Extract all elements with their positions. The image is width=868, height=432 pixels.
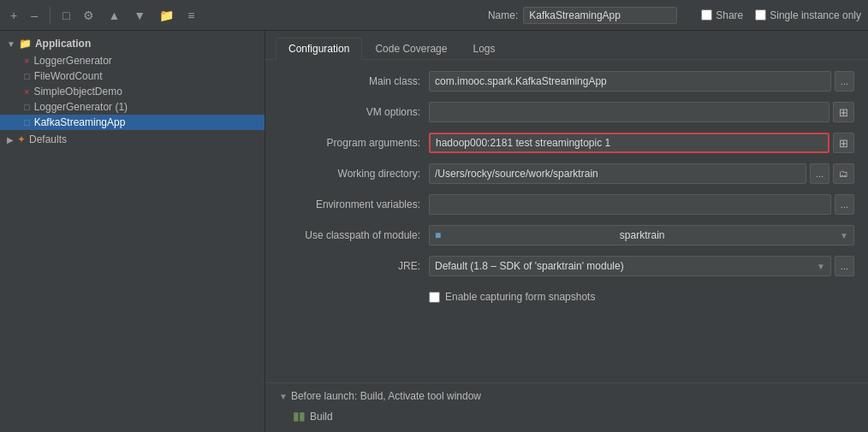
module-classpath-dropdown-label: sparktrain	[620, 229, 665, 241]
toolbar: + – □ ⚙ ▲ ▼ 📁 ≡ Name: Share Single insta…	[0, 0, 868, 31]
main-class-btn[interactable]: ...	[835, 71, 854, 92]
tree-item-icon-3: □	[24, 102, 30, 112]
before-launch-build-label: Build	[310, 411, 333, 423]
tree-item-icon-4: □	[24, 117, 30, 127]
tree-item-icon-2: ×	[24, 86, 29, 97]
before-launch-header[interactable]: ▼ Before launch: Build, Activate tool wi…	[279, 390, 854, 402]
add-icon[interactable]: +	[7, 7, 21, 24]
tree-item-icon-0: ×	[24, 56, 29, 66]
right-panel: Configuration Code Coverage Logs Main cl…	[265, 31, 868, 432]
share-checkbox[interactable]	[701, 9, 712, 21]
working-directory-value: ... 🗂	[429, 163, 854, 184]
share-label: Share	[716, 9, 743, 21]
single-instance-checkbox[interactable]	[755, 9, 766, 21]
build-icon: ▮▮	[293, 410, 305, 423]
module-classpath-label: Use classpath of module:	[279, 229, 429, 241]
remove-icon[interactable]: –	[27, 7, 41, 24]
enable-capturing-row: Enable capturing form snapshots	[279, 286, 854, 308]
working-directory-label: Working directory:	[279, 168, 429, 180]
tree-item-label-3: LoggerGenerator (1)	[34, 101, 128, 113]
program-arguments-row: Program arguments: ⊞	[279, 132, 854, 154]
tree-item-filewordcount[interactable]: □ FileWordCount	[0, 68, 265, 84]
main-area: ▼ 📁 Application × LoggerGenerator □ File…	[0, 31, 868, 432]
menu-icon[interactable]: ≡	[184, 7, 198, 24]
defaults-icon: ✦	[17, 133, 26, 145]
defaults-arrow: ▶	[7, 135, 14, 145]
jre-label: JRE:	[279, 260, 429, 272]
jre-dropdown-text: Default (1.8 – SDK of 'sparktrain' modul…	[435, 260, 624, 272]
environment-variables-row: Environment variables: ...	[279, 193, 854, 216]
environment-variables-value: ...	[429, 194, 854, 215]
name-label: Name:	[488, 9, 518, 21]
vm-options-expand-btn[interactable]: ⊞	[833, 102, 854, 122]
config-icon[interactable]: □	[59, 7, 73, 24]
jre-btn[interactable]: ...	[835, 256, 854, 276]
application-section-header[interactable]: ▼ 📁 Application	[0, 34, 265, 53]
tree-item-label-1: FileWordCount	[34, 70, 103, 82]
main-class-value: ...	[429, 71, 854, 92]
enable-capturing-checkbox[interactable]	[429, 292, 440, 303]
before-launch-build-item: ▮▮ Build	[279, 407, 854, 425]
tree-item-kafkastreamingapp[interactable]: □ KafkaStreamingApp	[0, 115, 265, 130]
program-arguments-input[interactable]	[429, 133, 829, 153]
jre-value: Default (1.8 – SDK of 'sparktrain' modul…	[429, 256, 854, 276]
defaults-label: Defaults	[29, 133, 67, 145]
application-folder-icon: 📁	[19, 38, 32, 50]
module-classpath-row: Use classpath of module: ■ sparktrain ▼	[279, 224, 854, 246]
tree-item-loggergenerator2[interactable]: □ LoggerGenerator (1)	[0, 99, 265, 115]
single-instance-checkbox-group: Single instance only	[755, 9, 861, 21]
module-classpath-dropdown-icon: ■	[435, 229, 441, 241]
environment-variables-label: Environment variables:	[279, 198, 429, 210]
main-class-input[interactable]	[429, 71, 831, 92]
environment-variables-input[interactable]	[429, 194, 831, 215]
environment-variables-btn[interactable]: ...	[835, 194, 854, 215]
tab-logs[interactable]: Logs	[460, 38, 508, 59]
enable-capturing-label: Enable capturing form snapshots	[445, 291, 595, 303]
tab-logs-label: Logs	[473, 43, 495, 55]
up-icon[interactable]: ▲	[104, 7, 123, 24]
program-arguments-value: ⊞	[429, 133, 854, 153]
tree-item-label-2: SimpleObjectDemo	[33, 86, 122, 98]
share-section: Share Single instance only	[701, 9, 861, 21]
main-class-label: Main class:	[279, 75, 429, 87]
name-section: Name:	[488, 7, 677, 24]
tabs-bar: Configuration Code Coverage Logs	[265, 31, 868, 60]
single-instance-label: Single instance only	[770, 9, 861, 21]
before-launch-arrow: ▼	[279, 392, 288, 401]
working-directory-btn[interactable]: ...	[810, 163, 829, 184]
before-launch-header-text: Before launch: Build, Activate tool wind…	[291, 390, 481, 402]
tab-configuration-label: Configuration	[288, 43, 349, 55]
tree-item-label-0: LoggerGenerator	[33, 55, 111, 67]
jre-dropdown-arrow: ▼	[817, 262, 825, 271]
tab-code-coverage[interactable]: Code Coverage	[362, 38, 460, 59]
config-form: Main class: ... VM options: ⊞ Program ar…	[265, 60, 868, 382]
down-icon[interactable]: ▼	[130, 7, 149, 24]
jre-row: JRE: Default (1.8 – SDK of 'sparktrain' …	[279, 255, 854, 277]
section-arrow: ▼	[7, 39, 15, 49]
folder-icon[interactable]: 📁	[156, 7, 177, 24]
name-input[interactable]	[523, 7, 677, 24]
module-classpath-value: ■ sparktrain ▼	[429, 225, 854, 246]
jre-dropdown[interactable]: Default (1.8 – SDK of 'sparktrain' modul…	[429, 256, 831, 276]
main-class-row: Main class: ...	[279, 70, 854, 92]
tree-item-label-4: KafkaStreamingApp	[34, 116, 126, 128]
working-directory-input[interactable]	[429, 163, 806, 184]
vm-options-label: VM options:	[279, 106, 429, 118]
sidebar: ▼ 📁 Application × LoggerGenerator □ File…	[0, 31, 265, 432]
tab-configuration[interactable]: Configuration	[276, 38, 362, 60]
settings-icon[interactable]: ⚙	[80, 7, 98, 24]
tree-item-simpleobjectdemo[interactable]: × SimpleObjectDemo	[0, 84, 265, 99]
module-classpath-dropdown[interactable]: ■ sparktrain ▼	[429, 225, 854, 246]
share-checkbox-group: Share	[701, 9, 743, 21]
working-directory-folder-btn[interactable]: 🗂	[833, 163, 854, 184]
program-arguments-expand-btn[interactable]: ⊞	[833, 133, 854, 153]
tree-item-loggergenerator[interactable]: × LoggerGenerator	[0, 53, 265, 68]
application-label: Application	[35, 38, 91, 50]
vm-options-value: ⊞	[429, 102, 854, 122]
vm-options-row: VM options: ⊞	[279, 101, 854, 123]
vm-options-input[interactable]	[429, 102, 829, 122]
tree-item-icon-1: □	[24, 71, 30, 81]
defaults-item[interactable]: ▶ ✦ Defaults	[0, 130, 265, 149]
before-launch-section: ▼ Before launch: Build, Activate tool wi…	[265, 382, 868, 432]
program-arguments-label: Program arguments:	[279, 137, 429, 149]
